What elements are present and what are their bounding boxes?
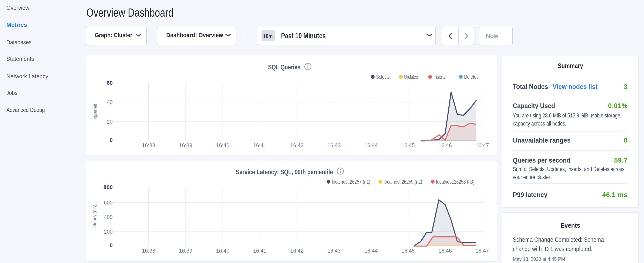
svg-text:16:38: 16:38 bbox=[142, 142, 156, 148]
svg-text:SQL Queries: SQL Queries bbox=[268, 63, 300, 71]
svg-text:16:40: 16:40 bbox=[216, 142, 230, 148]
svg-text:Deletes: Deletes bbox=[464, 74, 478, 80]
svg-text:16:46: 16:46 bbox=[438, 142, 452, 148]
svg-text:16:43: 16:43 bbox=[328, 142, 341, 148]
svg-text:16:43: 16:43 bbox=[328, 248, 341, 254]
svg-text:16:39: 16:39 bbox=[179, 248, 192, 254]
svg-text:16:41: 16:41 bbox=[253, 248, 266, 254]
svg-text:16:44: 16:44 bbox=[364, 142, 378, 148]
svg-text:Inserts: Inserts bbox=[434, 74, 446, 80]
svg-text:400: 400 bbox=[104, 214, 113, 220]
svg-text:Updates: Updates bbox=[404, 74, 418, 80]
svg-text:16:39: 16:39 bbox=[179, 142, 192, 148]
svg-text:localhost:26259 (n2): localhost:26259 (n2) bbox=[384, 179, 422, 185]
svg-text:16:45: 16:45 bbox=[402, 248, 415, 254]
svg-text:latency (ms): latency (ms) bbox=[92, 205, 98, 228]
svg-text:16:47: 16:47 bbox=[476, 142, 489, 148]
svg-text:queries: queries bbox=[92, 104, 98, 119]
svg-text:16:46: 16:46 bbox=[438, 248, 452, 254]
svg-text:600: 600 bbox=[104, 200, 113, 205]
svg-text:16:42: 16:42 bbox=[290, 248, 304, 254]
svg-text:16:47: 16:47 bbox=[476, 248, 489, 254]
svg-text:60: 60 bbox=[106, 79, 113, 86]
svg-text:Service Latency: SQL, 99th per: Service Latency: SQL, 99th percentile bbox=[236, 168, 333, 176]
svg-text:16:42: 16:42 bbox=[290, 142, 304, 148]
svg-text:40: 40 bbox=[107, 99, 113, 105]
svg-text:16:41: 16:41 bbox=[253, 142, 266, 148]
svg-text:Selects: Selects bbox=[376, 74, 390, 80]
svg-text:16:40: 16:40 bbox=[216, 248, 230, 254]
svg-text:localhost:26258 (n3): localhost:26258 (n3) bbox=[436, 179, 474, 185]
svg-text:800: 800 bbox=[104, 184, 113, 190]
svg-text:16:38: 16:38 bbox=[142, 248, 156, 254]
svg-text:16:44: 16:44 bbox=[364, 248, 378, 254]
svg-text:16:45: 16:45 bbox=[402, 142, 415, 148]
svg-text:20: 20 bbox=[107, 119, 113, 124]
svg-text:0: 0 bbox=[110, 242, 113, 248]
svg-text:localhost:26257 (n1): localhost:26257 (n1) bbox=[332, 179, 370, 185]
svg-text:0: 0 bbox=[110, 137, 113, 143]
svg-text:200: 200 bbox=[104, 229, 113, 235]
